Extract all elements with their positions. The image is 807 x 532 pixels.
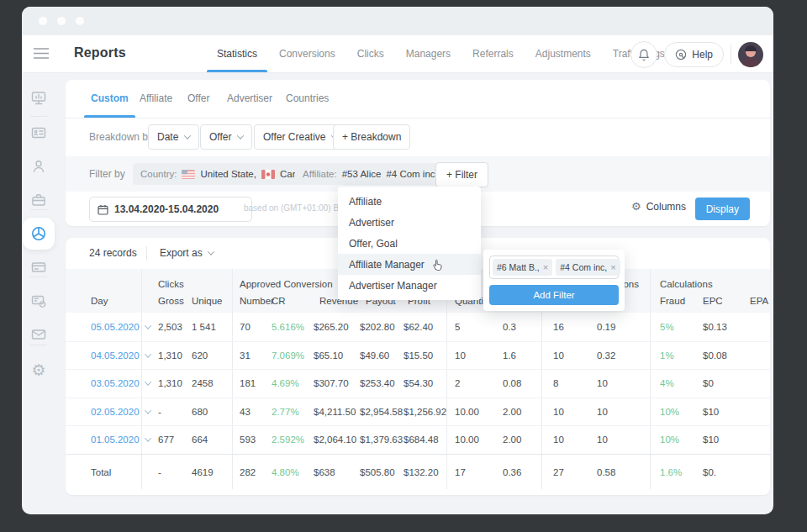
table-row: 01.05.2020 677 664 593 2.592% $2,064.10 …	[66, 425, 770, 455]
group-clicks: Clicks	[158, 275, 184, 293]
epc-cell: $0.13	[703, 313, 727, 341]
chevron-down-icon	[144, 435, 150, 441]
report-tab-custom[interactable]: Custom	[91, 80, 129, 117]
day-cell[interactable]: 05.05.2020	[91, 313, 150, 341]
quantity-cell: 10.00	[455, 398, 479, 425]
window-control-dot[interactable]	[76, 17, 84, 25]
payout-cell: $49.60	[360, 341, 389, 369]
settings-gear-icon[interactable]: ⚙	[29, 361, 48, 379]
day-cell[interactable]: 01.05.2020	[91, 425, 150, 454]
tab-managers[interactable]: Managers	[406, 35, 451, 72]
add-filter-button[interactable]: + Filter	[435, 162, 488, 187]
report-tab-affiliate[interactable]: Affiliate	[140, 80, 172, 117]
mail-envelope-icon[interactable]	[29, 325, 48, 344]
statistics-pie-icon[interactable]	[29, 224, 48, 243]
col-fraud[interactable]: Fraud	[660, 292, 685, 310]
table-row: 02.05.2020 - 680 43 2.77% $4,211.50 $2,9…	[66, 398, 770, 426]
revenue-cell: $307.70	[314, 369, 349, 398]
gross-cell: 2,503	[158, 313, 182, 341]
cr-cell: 2.77%	[272, 398, 299, 425]
col-cr[interactable]: CR	[272, 292, 286, 310]
date-range-input[interactable]: 13.04.2020-15.04.2020	[89, 197, 252, 222]
affiliate-filter-chip[interactable]: Affiliate: #53 Alice #4 Com inc, ×	[295, 163, 458, 185]
col-unique[interactable]: Unique	[192, 292, 222, 310]
breakdown-select-date[interactable]: Date	[148, 124, 199, 150]
close-icon[interactable]: ×	[610, 262, 615, 272]
close-icon[interactable]: ×	[543, 262, 548, 272]
col-epa[interactable]: EPA	[750, 292, 768, 310]
menu-item-advertiser-manager[interactable]: Advertiser Manager	[338, 275, 481, 296]
quantity-cell: 0.19	[597, 313, 615, 341]
day-cell[interactable]: 02.05.2020	[91, 398, 150, 425]
day-cell[interactable]: 03.05.2020	[91, 369, 150, 398]
bell-icon	[638, 49, 650, 61]
user-avatar[interactable]	[738, 42, 763, 67]
affiliates-person-icon[interactable]	[29, 157, 48, 176]
add-breakdown-button[interactable]: + Breakdown	[333, 124, 410, 150]
tab-statistics[interactable]: Statistics	[217, 35, 257, 72]
tab-adjustments[interactable]: Adjustments	[535, 35, 591, 72]
quantity-cell: 5	[455, 313, 460, 341]
header-actions: Help	[630, 41, 763, 68]
day-cell[interactable]: 04.05.2020	[91, 341, 150, 369]
tab-referrals[interactable]: Referrals	[472, 35, 514, 72]
unique-cell: 620	[192, 341, 208, 369]
quantity-cell: 0.08	[503, 369, 521, 398]
window-control-dot[interactable]	[57, 17, 66, 25]
export-as-button[interactable]: Export as	[160, 247, 214, 259]
columns-button[interactable]: ⚙ Columns	[631, 200, 686, 213]
menu-item-affiliate-manager[interactable]: Affiliate Manager	[338, 254, 481, 275]
quantity-cell: 0.3	[503, 313, 516, 341]
active-tab-underline	[207, 70, 267, 72]
chevron-down-icon	[207, 248, 214, 255]
menu-item-offer-goal[interactable]: Offer, Goal	[338, 233, 481, 254]
window-control-dot[interactable]	[39, 17, 47, 25]
profit-cell: $62.40	[404, 313, 433, 341]
add-filter-submit-button[interactable]: Add Filter	[489, 285, 619, 305]
fraud-cell: 5%	[660, 313, 674, 341]
automation-card-icon[interactable]	[29, 292, 48, 310]
sidebar-divider	[30, 209, 47, 210]
gross-cell: 1,310	[158, 341, 182, 369]
notifications-button[interactable]	[630, 41, 657, 68]
quantity-cell: 1.6	[503, 341, 516, 369]
support-icon	[675, 49, 687, 61]
tab-clicks[interactable]: Clicks	[357, 35, 384, 72]
col-epc[interactable]: EPC	[703, 292, 723, 310]
filter-values-input[interactable]: #6 Matt B.,× #4 Com inc,×	[489, 255, 619, 279]
tab-conversions[interactable]: Conversions	[279, 35, 335, 72]
quantity-cell: 10	[455, 341, 466, 369]
report-tab-countries[interactable]: Countries	[286, 80, 329, 117]
report-tab-offer[interactable]: Offer	[187, 80, 209, 117]
chevron-down-icon	[144, 378, 150, 385]
chevron-down-icon	[184, 132, 191, 139]
number-cell: 593	[240, 425, 256, 454]
filter-tag[interactable]: #6 Matt B.,×	[493, 259, 552, 276]
unique-cell: 1 541	[192, 313, 216, 341]
breakdown-row: Breakdown by Date Offer Offer Creative +…	[66, 118, 770, 156]
profit-cell: $1,256.92	[404, 398, 446, 425]
epc-cell: $10	[703, 425, 719, 454]
advertisers-briefcase-icon[interactable]	[29, 191, 48, 209]
cr-cell: 4.69%	[272, 369, 299, 398]
col-day[interactable]: Day	[91, 292, 108, 310]
help-button[interactable]: Help	[664, 42, 724, 67]
billing-card-icon[interactable]	[29, 258, 48, 277]
gross-cell: -	[158, 398, 161, 425]
menu-item-affiliate[interactable]: Affiliate	[338, 191, 481, 212]
payout-cell: $2,954.58	[360, 398, 403, 425]
sidebar-divider	[30, 277, 47, 277]
offers-card-icon[interactable]	[29, 124, 48, 142]
display-button[interactable]: Display	[695, 198, 750, 220]
filter-tag[interactable]: #4 Com inc,×	[556, 259, 620, 276]
dashboard-monitor-icon[interactable]	[29, 89, 48, 108]
col-number[interactable]: Number	[240, 292, 274, 310]
page-title: Reports	[74, 45, 126, 61]
col-gross[interactable]: Gross	[158, 292, 184, 310]
breakdown-select-offer[interactable]: Offer	[200, 124, 252, 150]
report-tab-advertiser[interactable]: Advertiser	[227, 80, 272, 117]
app-header: Reports Statistics Conversions Clicks Ma…	[22, 35, 773, 73]
us-flag-icon	[182, 170, 195, 179]
menu-item-advertiser[interactable]: Advertiser	[338, 212, 481, 233]
menu-hamburger-icon[interactable]	[34, 48, 49, 59]
